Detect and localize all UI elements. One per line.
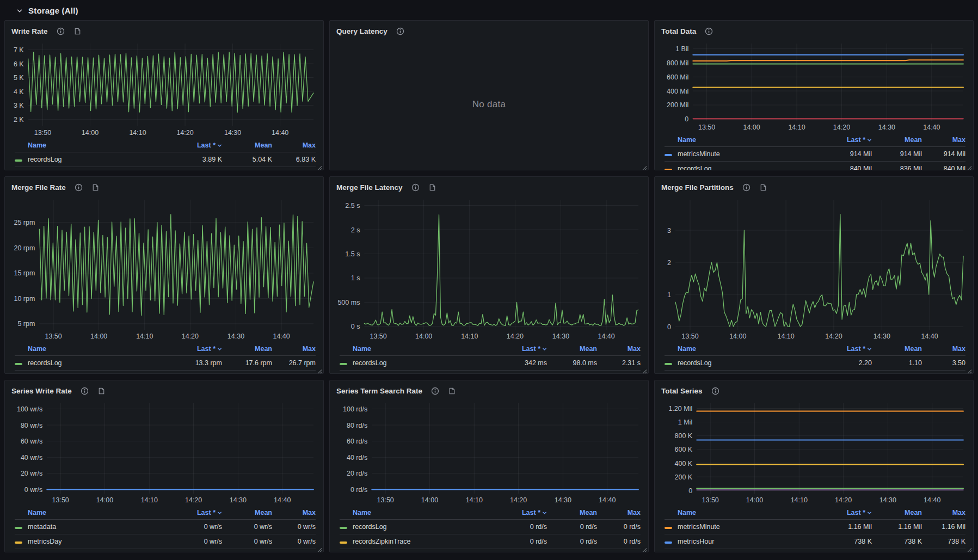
- legend-header-name[interactable]: Name: [678, 136, 815, 144]
- legend-header-max[interactable]: Max: [922, 136, 965, 144]
- time-series-chart[interactable]: 0 s500 ms1 s1.5 s2 s2.5 s13:5014:0014:10…: [334, 195, 644, 342]
- panel-title[interactable]: Total Data: [661, 27, 696, 35]
- legend-series-name[interactable]: metricsDay: [28, 538, 165, 545]
- info-icon[interactable]: [742, 183, 751, 192]
- series-color-swatch[interactable]: [15, 363, 22, 365]
- chevron-down-icon[interactable]: [16, 8, 23, 14]
- legend-header-max[interactable]: Max: [922, 509, 965, 516]
- section-row-storage[interactable]: Storage (All): [0, 0, 978, 20]
- time-series-chart[interactable]: 0200 K400 K600 K800 K1 Mil1.20 Mil13:501…: [659, 399, 969, 506]
- series-color-swatch[interactable]: [340, 527, 347, 529]
- panel-resize-handle[interactable]: [967, 545, 972, 551]
- panel-resize-handle[interactable]: [317, 163, 322, 169]
- legend-header-max[interactable]: Max: [597, 509, 641, 516]
- legend-header-max[interactable]: Max: [272, 141, 316, 149]
- legend-series-name[interactable]: metadata: [28, 523, 165, 531]
- panel-title[interactable]: Query Latency: [336, 27, 387, 35]
- series-color-swatch[interactable]: [15, 159, 22, 162]
- legend-header-mean[interactable]: Mean: [547, 345, 597, 353]
- time-series-chart[interactable]: 0200 Mil400 Mil600 Mil800 Mil1 Bil13:501…: [659, 39, 969, 133]
- series-color-swatch[interactable]: [15, 541, 22, 544]
- series-color-swatch[interactable]: [340, 541, 347, 544]
- panel-resize-handle[interactable]: [967, 367, 972, 372]
- legend-series-name[interactable]: metricsMinute: [678, 150, 815, 158]
- legend-series-name[interactable]: recordsLog: [678, 165, 815, 170]
- panel-resize-handle[interactable]: [642, 545, 647, 551]
- legend-header-mean[interactable]: Mean: [222, 141, 272, 149]
- legend-header-last[interactable]: Last *: [815, 345, 872, 353]
- legend-header-max[interactable]: Max: [272, 509, 316, 516]
- legend-header-last[interactable]: Last *: [165, 141, 222, 149]
- legend-header-mean[interactable]: Mean: [547, 509, 597, 516]
- legend-series-name[interactable]: recordsLog: [353, 359, 490, 367]
- legend-header-name[interactable]: Name: [353, 509, 490, 516]
- panel-links-icon[interactable]: [97, 387, 106, 395]
- panel-links-icon[interactable]: [428, 183, 436, 192]
- legend-header-name[interactable]: Name: [28, 141, 165, 149]
- legend-header-name[interactable]: Name: [678, 345, 815, 353]
- info-icon[interactable]: [705, 27, 713, 35]
- panel-resize-handle[interactable]: [317, 545, 322, 551]
- legend-header-name[interactable]: Name: [678, 509, 815, 516]
- panel-title[interactable]: Merge File Rate: [11, 183, 66, 192]
- panel-resize-handle[interactable]: [642, 163, 647, 169]
- time-series-chart[interactable]: 5 rpm10 rpm15 rpm20 rpm25 rpm13:5014:001…: [9, 195, 319, 342]
- info-icon[interactable]: [411, 183, 420, 192]
- info-icon[interactable]: [431, 387, 439, 395]
- time-series-chart[interactable]: 012313:5014:0014:1014:2014:3014:40: [659, 195, 969, 342]
- legend-header-max[interactable]: Max: [272, 345, 316, 353]
- time-series-chart[interactable]: 0 wr/s20 wr/s40 wr/s60 wr/s80 wr/s100 wr…: [9, 399, 319, 506]
- legend-series-name[interactable]: recordsLog: [678, 359, 815, 367]
- legend-header-name[interactable]: Name: [353, 345, 490, 353]
- legend-header-last[interactable]: Last *: [490, 509, 547, 516]
- time-series-chart[interactable]: 2 K3 K4 K5 K6 K7 K13:5014:0014:1014:2014…: [9, 39, 319, 138]
- legend-header-mean[interactable]: Mean: [872, 345, 922, 353]
- panel-links-icon[interactable]: [759, 183, 767, 192]
- legend-header-mean[interactable]: Mean: [872, 509, 922, 516]
- legend-header-last[interactable]: Last *: [815, 509, 872, 516]
- panel-resize-handle[interactable]: [967, 163, 972, 169]
- legend-header-last[interactable]: Last *: [815, 136, 872, 144]
- legend-series-name[interactable]: recordsZipkinTrace: [353, 538, 490, 545]
- panel-links-icon[interactable]: [91, 183, 100, 192]
- panel-title[interactable]: Series Write Rate: [11, 387, 72, 395]
- panel-title[interactable]: Series Term Search Rate: [336, 387, 422, 395]
- time-series-chart[interactable]: 0 rd/s20 rd/s40 rd/s60 rd/s80 rd/s100 rd…: [334, 399, 644, 506]
- series-color-swatch[interactable]: [340, 363, 347, 365]
- section-title[interactable]: Storage (All): [28, 6, 78, 15]
- panel-title[interactable]: Merge File Latency: [336, 183, 403, 192]
- legend-header-last[interactable]: Last *: [490, 345, 547, 353]
- panel-title[interactable]: Merge File Partitions: [661, 183, 734, 192]
- legend-series-name[interactable]: recordsLog: [28, 156, 165, 163]
- legend-header-max[interactable]: Max: [922, 345, 965, 353]
- series-color-swatch[interactable]: [665, 169, 672, 170]
- legend-header-name[interactable]: Name: [28, 509, 165, 516]
- legend-header-name[interactable]: Name: [28, 345, 165, 353]
- series-color-swatch[interactable]: [15, 527, 22, 529]
- info-icon[interactable]: [81, 387, 89, 395]
- legend-header-last[interactable]: Last *: [165, 509, 222, 516]
- legend-header-mean[interactable]: Mean: [222, 509, 272, 516]
- info-icon[interactable]: [396, 27, 404, 35]
- legend-header-max[interactable]: Max: [597, 345, 641, 353]
- panel-title[interactable]: Write Rate: [11, 27, 48, 35]
- panel-resize-handle[interactable]: [642, 367, 647, 372]
- info-icon[interactable]: [57, 27, 65, 35]
- series-color-swatch[interactable]: [665, 541, 672, 544]
- panel-links-icon[interactable]: [73, 27, 82, 35]
- panel-resize-handle[interactable]: [317, 367, 322, 372]
- legend-header-mean[interactable]: Mean: [872, 136, 922, 144]
- legend-series-name[interactable]: metricsMinute: [678, 523, 815, 531]
- legend-header-mean[interactable]: Mean: [222, 345, 272, 353]
- legend-series-name[interactable]: metricsHour: [678, 538, 815, 545]
- panel-links-icon[interactable]: [448, 387, 456, 395]
- panel-title[interactable]: Total Series: [661, 387, 703, 395]
- info-icon[interactable]: [75, 183, 83, 192]
- series-color-swatch[interactable]: [665, 363, 672, 365]
- legend-series-name[interactable]: recordsLog: [353, 523, 490, 531]
- series-color-swatch[interactable]: [665, 154, 672, 156]
- info-icon[interactable]: [711, 387, 719, 395]
- legend-series-name[interactable]: recordsLog: [28, 359, 165, 367]
- series-color-swatch[interactable]: [665, 527, 672, 529]
- legend-header-last[interactable]: Last *: [165, 345, 222, 353]
